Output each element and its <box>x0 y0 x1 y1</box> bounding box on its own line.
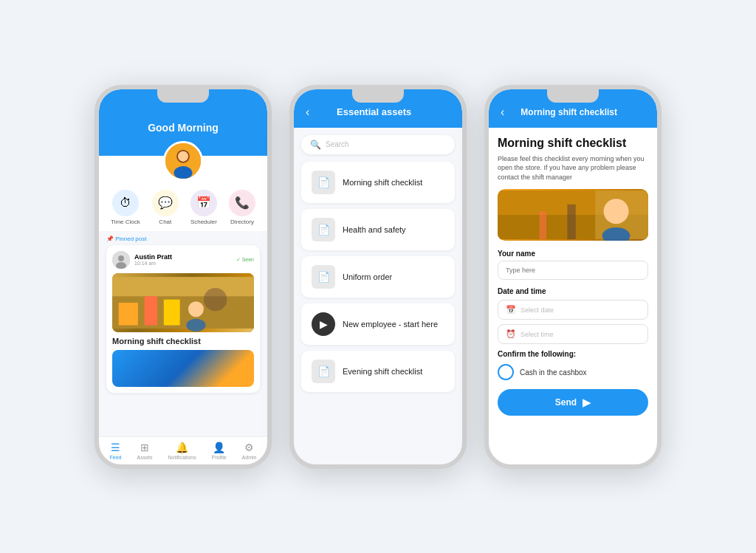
feed-icon: ☰ <box>111 442 120 453</box>
notifications-icon: 🔔 <box>176 442 188 453</box>
search-icon: 🔍 <box>310 140 321 150</box>
pdf-icon-3: 📄 <box>312 265 335 289</box>
chat-circle: 💬 <box>152 190 179 216</box>
svg-point-14 <box>188 301 204 317</box>
post-thumbnail-2 <box>112 350 254 387</box>
phone-notch-3 <box>547 89 599 103</box>
date-time-label: Date and time <box>498 287 648 295</box>
asset-health-safety[interactable]: 📄 Health and safety <box>301 209 455 250</box>
phone1-avatar-wrap <box>99 141 267 181</box>
phone-2: ‹ Essential assets 🔍 Search 📄 Morning sh… <box>289 85 467 469</box>
asset-new-employee[interactable]: ▶ New employee - start here <box>301 303 455 345</box>
nav-profile[interactable]: 👤 Profile <box>212 442 227 460</box>
post-card[interactable]: Austin Pratt 10:14 am ✓ Seen <box>106 245 260 393</box>
phone3-title: Morning shift checklist <box>510 107 628 117</box>
post-time: 10:14 am <box>134 261 172 266</box>
svg-point-18 <box>604 199 629 224</box>
svg-rect-9 <box>119 303 138 326</box>
svg-point-3 <box>178 151 188 161</box>
asset-label-4: New employee - start here <box>343 320 438 329</box>
play-icon: ▶ <box>312 312 335 336</box>
directory-label: Directory <box>230 219 254 225</box>
asset-uniform-order[interactable]: 📄 Uniform order <box>301 256 455 298</box>
send-arrow-icon: ▶ <box>583 396 591 408</box>
scheduler-circle: 📅 <box>190 190 217 216</box>
search-placeholder: Search <box>326 140 349 148</box>
send-button[interactable]: Send ▶ <box>498 389 648 416</box>
post-title: Morning shift checklist <box>112 337 254 346</box>
scheduler-icon-item[interactable]: 📅 Scheduler <box>190 190 217 225</box>
send-label: Send <box>555 397 577 408</box>
phone-1: Good Morning <box>94 85 272 469</box>
nav-notifications[interactable]: 🔔 Notifications <box>168 442 196 460</box>
phone1-content: 📌 Pinned post Austin Pratt 10:14 am <box>99 231 267 436</box>
svg-point-13 <box>186 318 205 331</box>
svg-rect-11 <box>164 299 180 325</box>
nav-notifications-label: Notifications <box>168 455 196 460</box>
time-clock-label: Time Clock <box>111 219 140 225</box>
svg-point-12 <box>204 287 227 310</box>
phone1-greeting: Good Morning <box>111 122 255 134</box>
chat-icon-item[interactable]: 💬 Chat <box>152 190 179 225</box>
directory-icon-item[interactable]: 📞 Directory <box>229 190 255 225</box>
asset-label-3: Uniform order <box>343 272 392 281</box>
checklist-description: Please feel this checklist every morning… <box>498 154 648 182</box>
asset-label-1: Morning shift checklist <box>343 178 422 187</box>
scheduler-label: Scheduler <box>190 219 217 225</box>
nav-admin-label: Admin <box>242 455 257 460</box>
phone1-icons: ⏱ Time Clock 💬 Chat 📅 Scheduler 📞 Direct… <box>99 181 267 231</box>
your-name-label: Your name <box>498 250 648 258</box>
select-time-text: Select time <box>520 331 554 338</box>
phones-container: Good Morning <box>94 85 662 469</box>
profile-icon: 👤 <box>213 442 225 453</box>
asset-label-5: Evening shift checklist <box>343 367 422 376</box>
pdf-icon-4: 📄 <box>312 360 335 383</box>
phone2-title: Essential assets <box>315 106 433 117</box>
time-clock-circle: ⏱ <box>112 190 139 216</box>
nav-assets-label: Assets <box>137 455 153 460</box>
chat-label: Chat <box>159 219 171 225</box>
admin-icon: ⚙ <box>244 442 254 453</box>
confirm-label: Confirm the following: <box>498 350 648 358</box>
checkbox-row[interactable]: Cash in the cashbox <box>498 364 648 380</box>
svg-point-5 <box>118 255 124 261</box>
asset-label-2: Health and safety <box>343 225 406 234</box>
select-date-row[interactable]: 📅 Select date <box>498 300 648 320</box>
avatar <box>163 141 203 181</box>
calendar-icon: 📅 <box>506 305 516 315</box>
nav-assets[interactable]: ⊞ Assets <box>137 442 153 460</box>
assets-icon: ⊞ <box>140 442 149 453</box>
nav-admin[interactable]: ⚙ Admin <box>242 442 257 460</box>
svg-rect-20 <box>567 205 575 239</box>
asset-evening-checklist[interactable]: 📄 Evening shift checklist <box>301 351 455 392</box>
checkbox-circle[interactable] <box>498 364 514 380</box>
directory-circle: 📞 <box>229 190 255 216</box>
phone-notch-2 <box>352 89 404 103</box>
checklist-main-title: Morning shift checklist <box>498 137 648 150</box>
phone1-nav: ☰ Feed ⊞ Assets 🔔 Notifications 👤 Profil… <box>99 436 267 464</box>
post-author: Austin Pratt <box>134 253 172 261</box>
phone-notch-1 <box>157 89 209 103</box>
search-bar[interactable]: 🔍 Search <box>301 135 455 154</box>
seen-badge: ✓ Seen <box>236 257 254 263</box>
nav-profile-label: Profile <box>212 455 227 460</box>
phone2-content: 🔍 Search 📄 Morning shift checklist 📄 Hea… <box>294 128 462 464</box>
select-date-text: Select date <box>520 306 554 314</box>
phone-3: ‹ Morning shift checklist Morning shift … <box>484 85 662 469</box>
your-name-input[interactable] <box>498 261 648 280</box>
clock-icon: ⏰ <box>506 329 516 339</box>
time-clock-icon-item[interactable]: ⏱ Time Clock <box>111 190 140 225</box>
pinned-label: 📌 Pinned post <box>106 236 260 242</box>
nav-feed-label: Feed <box>110 455 122 460</box>
checklist-image <box>498 189 648 241</box>
pdf-icon-2: 📄 <box>312 218 335 241</box>
svg-rect-10 <box>145 296 157 325</box>
post-image <box>112 273 254 332</box>
phone3-back-button[interactable]: ‹ <box>501 106 504 119</box>
svg-rect-21 <box>540 212 546 240</box>
select-time-row[interactable]: ⏰ Select time <box>498 324 648 344</box>
nav-feed[interactable]: ☰ Feed <box>110 442 122 460</box>
checkbox-label: Cash in the cashbox <box>520 368 587 377</box>
asset-morning-checklist[interactable]: 📄 Morning shift checklist <box>301 162 455 203</box>
phone2-back-button[interactable]: ‹ <box>306 106 309 119</box>
